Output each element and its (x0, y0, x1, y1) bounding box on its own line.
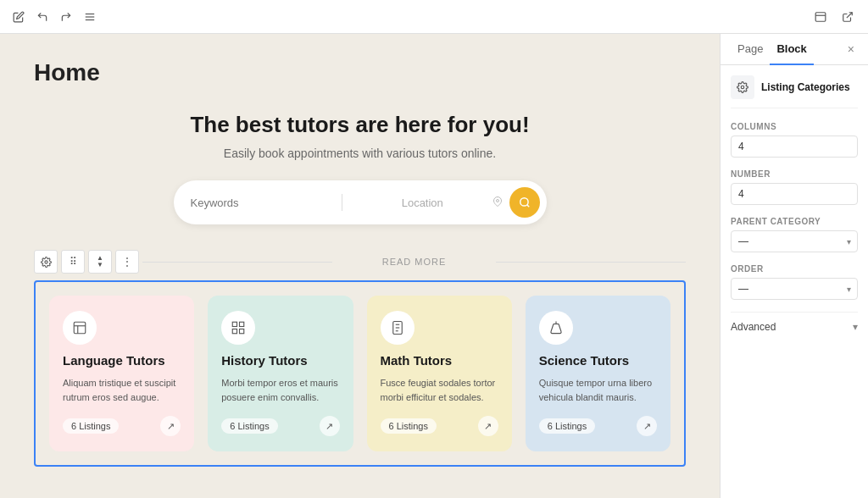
parent-category-select-wrap: — (731, 230, 858, 252)
list-icon[interactable] (81, 8, 98, 25)
svg-line-5 (847, 12, 852, 17)
order-select-wrap: — (731, 278, 858, 300)
card-icon-math (381, 311, 415, 345)
card-footer-language: 6 Listings ↗ (63, 416, 181, 436)
main-layout: Home The best tutors are here for you! E… (0, 34, 868, 498)
panel-block-name: Listing Categories (761, 81, 850, 93)
panel-tabs: Page Block × (721, 34, 868, 65)
card-title-language: Language Tutors (63, 353, 181, 368)
categories-grid: Language Tutors Aliquam tristique et sus… (34, 280, 686, 467)
main-toolbar (0, 0, 868, 34)
tab-block[interactable]: Block (770, 34, 813, 65)
category-card-math: Math Tutors Fusce feugiat sodales tortor… (367, 296, 512, 451)
card-arrow-language[interactable]: ↗ (160, 416, 181, 436)
hero-subtext: Easily book appointments with various tu… (34, 147, 686, 160)
order-label: ORDER (731, 264, 858, 274)
svg-point-9 (44, 260, 47, 263)
block-move-btn[interactable]: ▲▼ (88, 250, 112, 274)
advanced-section[interactable]: Advanced ▾ (731, 312, 858, 341)
canvas-area: Home The best tutors are here for you! E… (0, 34, 720, 498)
svg-rect-3 (815, 12, 826, 21)
undo-icon[interactable] (34, 8, 51, 25)
card-desc-history: Morbi tempor eros et mauris posuere enim… (221, 376, 339, 404)
edit-icon[interactable] (10, 8, 27, 25)
block-menu-btn[interactable]: ⋮ (115, 250, 139, 274)
parent-category-label: PARENT CATEGORY (731, 217, 858, 226)
card-desc-math: Fusce feugiat sodales tortor morbi effic… (381, 376, 498, 404)
svg-rect-13 (233, 322, 237, 326)
search-divider (342, 194, 342, 211)
card-footer-history: 6 Listings ↗ (221, 416, 339, 436)
window-icon[interactable] (810, 7, 831, 27)
search-bar: Location (174, 180, 547, 224)
card-icon-language (63, 311, 97, 345)
columns-label: COLUMNS (731, 122, 858, 131)
advanced-label: Advanced (731, 321, 776, 333)
listings-badge-history: 6 Listings (221, 418, 277, 434)
card-arrow-history[interactable]: ↗ (320, 416, 340, 436)
right-panel: Page Block × Listing Categories COLUMNS … (720, 34, 868, 498)
page-title: Home (34, 59, 686, 86)
block-drag-btn[interactable]: ⠿ (61, 250, 85, 274)
external-link-icon[interactable] (837, 7, 858, 27)
location-text: Location (358, 196, 487, 209)
card-title-math: Math Tutors (381, 353, 498, 368)
card-title-history: History Tutors (221, 353, 339, 368)
tab-page[interactable]: Page (731, 34, 770, 65)
columns-field: COLUMNS (731, 122, 858, 158)
card-footer-science: 6 Listings ↗ (539, 416, 657, 436)
svg-rect-15 (240, 329, 244, 334)
svg-point-23 (741, 86, 744, 89)
svg-line-8 (526, 205, 529, 208)
advanced-chevron-icon: ▾ (853, 321, 858, 333)
listings-badge-math: 6 Listings (381, 418, 437, 434)
card-desc-science: Quisque tempor urna libero vehicula blan… (539, 376, 657, 404)
card-arrow-math[interactable]: ↗ (478, 416, 498, 436)
search-button[interactable] (509, 187, 540, 218)
svg-point-6 (496, 199, 498, 202)
order-select[interactable]: — (731, 278, 858, 300)
read-more-label: READ MORE (142, 257, 686, 267)
card-arrow-science[interactable]: ↗ (637, 416, 657, 436)
svg-point-7 (520, 198, 527, 206)
hero-heading: The best tutors are here for you! (34, 112, 686, 138)
card-desc-language: Aliquam tristique et suscipit rutrum ero… (63, 376, 181, 404)
parent-category-field: PARENT CATEGORY — (731, 217, 858, 252)
category-card-history: History Tutors Morbi tempor eros et maur… (208, 296, 353, 451)
listings-badge-language: 6 Listings (63, 418, 119, 434)
listings-badge-science: 6 Listings (539, 418, 595, 434)
location-icon (492, 196, 503, 210)
panel-block-icon (731, 75, 754, 99)
number-field: NUMBER (731, 169, 858, 205)
block-settings-btn[interactable] (34, 250, 58, 274)
number-label: NUMBER (731, 169, 858, 179)
redo-icon[interactable] (58, 8, 75, 25)
svg-rect-14 (240, 322, 244, 326)
panel-close-button[interactable]: × (844, 39, 858, 59)
card-title-science: Science Tutors (539, 353, 657, 368)
card-footer-math: 6 Listings ↗ (381, 416, 498, 436)
category-card-science: Science Tutors Quisque tempor urna liber… (526, 296, 670, 451)
panel-body: Listing Categories COLUMNS NUMBER PARENT… (721, 65, 868, 498)
card-icon-history (221, 311, 255, 345)
keywords-input[interactable] (191, 196, 336, 209)
search-location: Location (349, 196, 503, 210)
svg-rect-10 (74, 322, 86, 334)
panel-block-header: Listing Categories (731, 75, 858, 108)
category-card-language: Language Tutors Aliquam tristique et sus… (49, 296, 194, 451)
number-input[interactable] (731, 183, 858, 205)
parent-category-select[interactable]: — (731, 230, 858, 252)
hero-section: The best tutors are here for you! Easily… (34, 112, 686, 224)
columns-input[interactable] (731, 136, 858, 158)
toolbar-right (810, 7, 858, 27)
svg-rect-16 (233, 329, 237, 334)
block-toolbar-row: ⠿ ▲▼ ⋮ READ MORE (34, 250, 686, 274)
card-icon-science (539, 311, 573, 345)
order-field: ORDER — (731, 264, 858, 300)
